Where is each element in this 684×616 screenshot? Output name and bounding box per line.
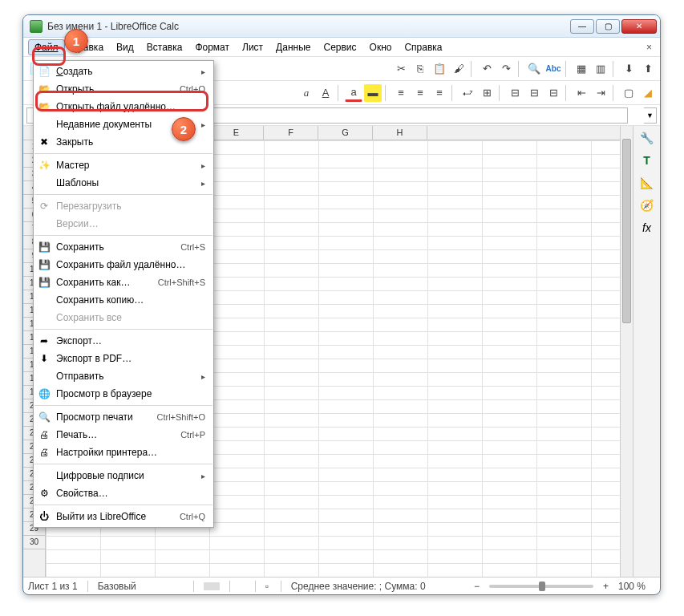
currency-icon[interactable]: ⊟ [506, 84, 524, 102]
menu-save-copy[interactable]: Сохранить копию… [34, 291, 213, 309]
undo-icon[interactable]: ↶ [478, 60, 496, 78]
menu-save-copy-label: Сохранить копию… [56, 294, 205, 306]
menu-file[interactable]: Файл [28, 39, 65, 55]
cell-style-indicator[interactable]: Базовый [98, 581, 194, 592]
column-header[interactable]: H [373, 126, 427, 140]
menu-format[interactable]: Формат [188, 39, 236, 55]
find-icon[interactable]: 🔍 [525, 60, 543, 78]
percent-icon[interactable]: ⊟ [525, 84, 543, 102]
sidebar-gallery-icon[interactable]: 📐 [638, 174, 656, 192]
menu-exit[interactable]: ⏻Выйти из LibreOfficeCtrl+Q [34, 508, 213, 525]
menu-bar: Файл Правка Вид Вставка Формат Лист Данн… [23, 38, 660, 57]
summary-indicator[interactable]: Среднее значение: ; Сумма: 0 [291, 581, 426, 592]
indent-inc-icon[interactable]: ⇥ [592, 84, 609, 102]
menu-print-preview-label: Просмотр печати [56, 411, 152, 423]
menu-window[interactable]: Окно [363, 39, 399, 55]
cut-icon[interactable]: ✂ [392, 60, 410, 78]
close-window-button[interactable]: ✕ [621, 19, 657, 34]
number-icon[interactable]: ⊟ [544, 84, 562, 102]
zoom-percent[interactable]: 100 % [618, 581, 655, 592]
sort-desc-icon[interactable]: ⬆ [639, 60, 657, 78]
indent-dec-icon[interactable]: ⇤ [573, 84, 590, 102]
paste-icon[interactable]: 📋 [431, 60, 448, 78]
sort-asc-icon[interactable]: ⬇ [620, 60, 637, 78]
formula-input[interactable] [158, 107, 628, 124]
menu-templates[interactable]: Шаблоны▸ [34, 174, 213, 192]
column-header[interactable]: F [264, 126, 318, 140]
menu-save-label: Сохранить [56, 241, 176, 253]
menu-export[interactable]: ➦Экспорт… [34, 332, 213, 350]
menu-sheet[interactable]: Лист [236, 39, 269, 55]
menu-insert[interactable]: Вставка [140, 39, 189, 55]
menu-print[interactable]: 🖨Печать…Ctrl+P [34, 426, 213, 444]
menu-open-remote-label: Открыть файл удалённо… [56, 101, 205, 112]
menu-wizard[interactable]: ✨Мастер▸ [34, 156, 213, 174]
callout-2: 2 [172, 117, 196, 141]
menu-help[interactable]: Справка [398, 39, 448, 55]
sidebar-styles-icon[interactable]: T [638, 152, 656, 169]
menu-send[interactable]: Отправить▸ [34, 367, 213, 385]
zoom-in-button[interactable]: + [603, 581, 609, 592]
menu-save-as[interactable]: 💾Сохранить как…Ctrl+Shift+S [34, 274, 213, 291]
sidebar-properties-icon[interactable]: 🔧 [638, 129, 656, 147]
callout-1: 1 [64, 29, 88, 53]
row-header[interactable]: 30 [23, 536, 45, 549]
menu-printer-settings[interactable]: 🖨Настройки принтера… [34, 444, 213, 461]
conditional-icon[interactable]: ◢ [639, 84, 657, 102]
sheet-indicator[interactable]: Лист 1 из 1 [28, 581, 88, 592]
column-header[interactable]: E [209, 126, 264, 140]
modified-indicator [204, 581, 230, 592]
properties-icon: ⚙ [37, 486, 51, 500]
menu-browser-preview-label: Просмотр в браузере [56, 388, 205, 399]
merge-icon[interactable]: ⊞ [478, 84, 496, 102]
menu-digital-signatures[interactable]: Цифровые подписи▸ [34, 467, 213, 484]
vertical-scrollbar[interactable] [620, 126, 633, 577]
submenu-arrow-icon: ▸ [201, 472, 205, 480]
submenu-arrow-icon: ▸ [201, 120, 205, 129]
redo-icon[interactable]: ↷ [497, 60, 515, 78]
spellcheck-icon[interactable]: Abc [544, 60, 562, 78]
minimize-button[interactable]: — [570, 19, 594, 34]
maximize-button[interactable]: ▢ [596, 19, 620, 34]
save-as-icon: 💾 [37, 275, 51, 290]
wrap-icon[interactable]: ⮐ [459, 84, 476, 102]
menu-open-remote[interactable]: 📂Открыть файл удалённо… [34, 98, 213, 116]
menu-properties[interactable]: ⚙Свойства… [34, 484, 213, 502]
menu-save-remote[interactable]: 💾Сохранить файл удалённо… [34, 256, 213, 274]
sidebar-functions-icon[interactable]: fx [638, 219, 656, 237]
menu-save-remote-label: Сохранить файл удалённо… [56, 259, 205, 270]
font-color-icon[interactable]: a [345, 84, 362, 102]
menu-view[interactable]: Вид [110, 39, 140, 55]
align-center-icon[interactable]: ≡ [411, 84, 429, 102]
menu-print-preview[interactable]: 🔍Просмотр печатиCtrl+Shift+O [34, 408, 213, 426]
folder-remote-icon: 📂 [37, 99, 51, 114]
menu-save[interactable]: 💾СохранитьCtrl+S [34, 238, 213, 256]
row-icon[interactable]: ▦ [573, 60, 590, 78]
selection-mode[interactable]: ▫ [265, 581, 281, 592]
sidebar-navigator-icon[interactable]: 🧭 [638, 197, 656, 214]
insert-mode[interactable] [240, 581, 256, 592]
close-icon: ✖ [37, 135, 51, 149]
menu-open[interactable]: 📂Открыть…Ctrl+O [34, 80, 213, 98]
menu-data[interactable]: Данные [269, 39, 317, 55]
menu-printer-settings-label: Настройки принтера… [56, 447, 205, 458]
underline-icon[interactable]: A [317, 84, 334, 102]
menu-export-pdf[interactable]: ⬇Экспорт в PDF… [34, 350, 213, 367]
align-right-icon[interactable]: ≡ [431, 84, 448, 102]
menu-browser-preview[interactable]: 🌐Просмотр в браузере [34, 385, 213, 403]
zoom-out-button[interactable]: − [474, 581, 480, 592]
italic-icon[interactable]: a [297, 84, 315, 102]
highlight-icon[interactable]: ▬ [364, 84, 382, 102]
formula-expand-icon[interactable]: ▼ [644, 107, 657, 124]
align-left-icon[interactable]: ≡ [392, 84, 410, 102]
close-document-button[interactable]: × [643, 42, 655, 53]
copy-icon[interactable]: ⎘ [411, 60, 429, 78]
col-icon[interactable]: ▥ [592, 60, 609, 78]
menu-tools[interactable]: Сервис [317, 39, 362, 55]
menu-create[interactable]: 📄Создать▸ [34, 63, 213, 80]
sidebar-panel: 🔧 T 📐 🧭 fx [633, 126, 660, 577]
borders-icon[interactable]: ▢ [620, 84, 637, 102]
zoom-slider[interactable] [489, 585, 593, 588]
column-header[interactable]: G [318, 126, 373, 140]
format-paint-icon[interactable]: 🖌 [450, 60, 467, 78]
